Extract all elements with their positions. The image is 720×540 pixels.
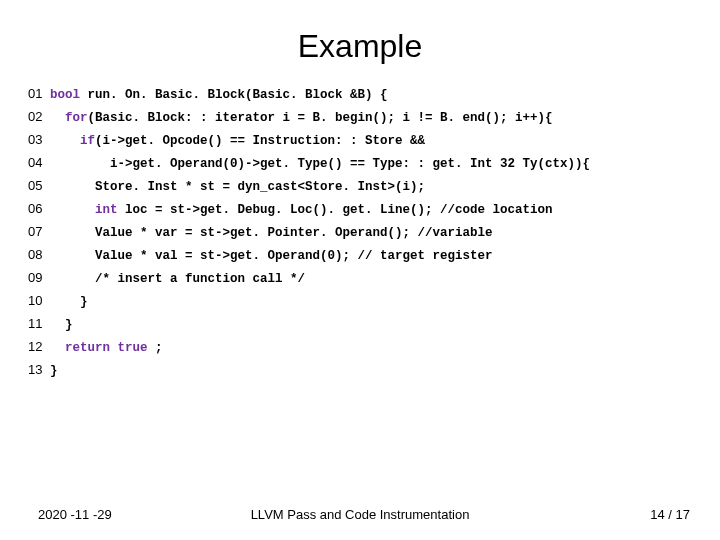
code-line: 06 int loc = st->get. Debug. Loc(). get.… [28,198,700,221]
code-text: /* insert a function call */ [50,268,305,290]
line-number: 06 [28,198,50,220]
line-number: 04 [28,152,50,174]
code-text: for(Basic. Block: : iterator i = B. begi… [50,107,553,129]
code-text: Store. Inst * st = dyn_cast<Store. Inst>… [50,176,425,198]
code-line: 02 for(Basic. Block: : iterator i = B. b… [28,106,700,129]
line-number: 07 [28,221,50,243]
line-number: 05 [28,175,50,197]
line-number: 09 [28,267,50,289]
code-line: 09 /* insert a function call */ [28,267,700,290]
code-block: 01bool run. On. Basic. Block(Basic. Bloc… [0,83,720,382]
line-number: 01 [28,83,50,105]
code-text: Value * var = st->get. Pointer. Operand(… [50,222,493,244]
code-line: 04 i->get. Operand(0)->get. Type() == Ty… [28,152,700,175]
line-number: 08 [28,244,50,266]
code-line: 07 Value * var = st->get. Pointer. Opera… [28,221,700,244]
code-text: Value * val = st->get. Operand(0); // ta… [50,245,493,267]
code-text: if(i->get. Opcode() == Instruction: : St… [50,130,425,152]
page-indicator: 14 / 17 [650,507,690,522]
code-line: 12 return true ; [28,336,700,359]
page-total: 17 [676,507,690,522]
page-sep: / [665,507,676,522]
line-number: 03 [28,129,50,151]
code-line: 08 Value * val = st->get. Operand(0); //… [28,244,700,267]
slide-title: Example [0,0,720,83]
page-current: 14 [650,507,664,522]
footer-date: 2020 -11 -29 [38,507,112,522]
code-line: 03 if(i->get. Opcode() == Instruction: :… [28,129,700,152]
line-number: 12 [28,336,50,358]
code-text: int loc = st->get. Debug. Loc(). get. Li… [50,199,553,221]
code-text: } [50,314,73,336]
line-number: 10 [28,290,50,312]
line-number: 02 [28,106,50,128]
code-text: bool run. On. Basic. Block(Basic. Block … [50,84,388,106]
code-text: i->get. Operand(0)->get. Type() == Type:… [50,153,590,175]
code-line: 05 Store. Inst * st = dyn_cast<Store. In… [28,175,700,198]
code-line: 11 } [28,313,700,336]
code-line: 10 } [28,290,700,313]
footer-title: LLVM Pass and Code Instrumentation [251,507,470,522]
line-number: 13 [28,359,50,381]
code-line: 13} [28,359,700,382]
code-text: } [50,291,88,313]
footer: 2020 -11 -29 LLVM Pass and Code Instrume… [0,507,720,522]
code-line: 01bool run. On. Basic. Block(Basic. Bloc… [28,83,700,106]
code-text: } [50,360,58,382]
code-text: return true ; [50,337,163,359]
line-number: 11 [28,313,50,335]
